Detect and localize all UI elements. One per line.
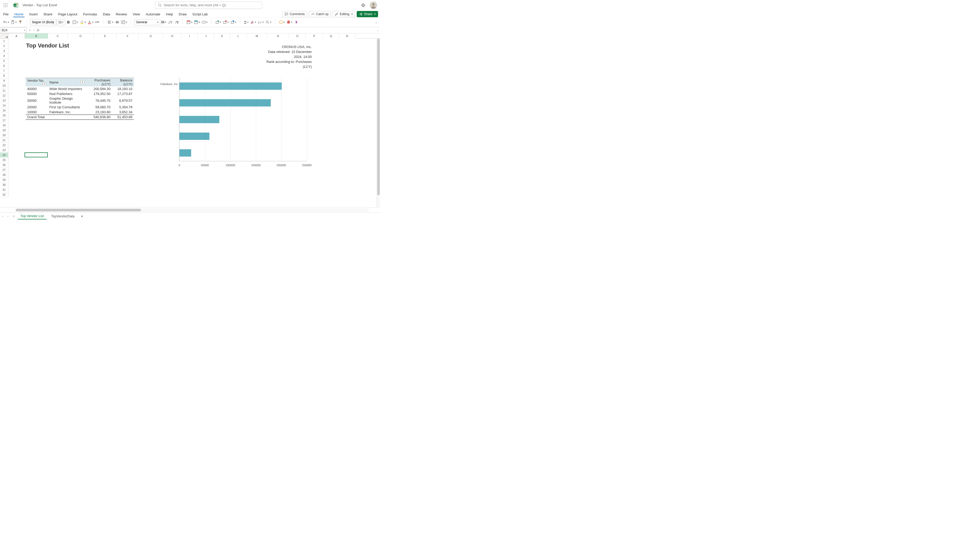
row-header[interactable]: 12 xyxy=(0,93,8,98)
more-font-button[interactable]: ••• xyxy=(95,19,100,25)
decrease-decimal-button[interactable]: .00.0 xyxy=(174,19,180,25)
column-header[interactable]: N xyxy=(267,33,289,38)
paste-button[interactable] xyxy=(10,19,17,25)
sheet-tab[interactable]: TopVendorData xyxy=(48,213,77,219)
format-table-button[interactable] xyxy=(193,19,201,25)
tab-nav-next[interactable]: › xyxy=(6,214,9,218)
horizontal-scrollbar-thumb[interactable] xyxy=(16,209,141,211)
add-sheet-button[interactable]: + xyxy=(79,214,85,219)
row-header[interactable]: 2 xyxy=(0,43,8,48)
column-header[interactable]: P xyxy=(306,33,323,38)
row-header[interactable]: 8 xyxy=(0,73,8,78)
increase-decimal-button[interactable]: .0.00 xyxy=(167,19,173,25)
column-header[interactable]: K xyxy=(215,33,230,38)
menu-view[interactable]: View xyxy=(132,12,141,17)
editing-mode-button[interactable]: Editing▾ xyxy=(332,11,355,17)
menu-share[interactable]: Share xyxy=(42,12,53,17)
menu-help[interactable]: Help xyxy=(165,12,174,17)
document-title[interactable]: Vendor - Top List Excel xyxy=(22,3,57,7)
menu-automate[interactable]: Automate xyxy=(145,12,162,17)
column-header[interactable]: L xyxy=(230,33,247,38)
filter-icon[interactable]: ▾ xyxy=(43,83,46,86)
v-align-button[interactable] xyxy=(114,19,120,25)
copilot-button[interactable] xyxy=(293,19,299,25)
column-header[interactable]: G xyxy=(139,33,163,38)
column-header[interactable]: R xyxy=(339,33,355,38)
comments-button[interactable]: Comments xyxy=(282,11,307,17)
row-header[interactable]: 29 xyxy=(0,178,8,183)
select-all-corner[interactable] xyxy=(0,33,8,38)
cells-viewport[interactable]: Top Vendor List CRONUS USA, Inc. Data re… xyxy=(8,38,376,207)
row-header[interactable]: 32 xyxy=(0,192,8,197)
row-header[interactable]: 14 xyxy=(0,103,8,108)
sensitivity-button[interactable] xyxy=(278,19,285,25)
collapse-ribbon-button[interactable]: ⌄ xyxy=(373,20,379,25)
vertical-scrollbar[interactable] xyxy=(376,38,380,207)
chevron-down-icon[interactable]: ▾ xyxy=(157,21,158,23)
bold-button[interactable]: B xyxy=(65,19,71,25)
row-header[interactable]: 19 xyxy=(0,128,8,133)
row-header[interactable]: 25 xyxy=(0,158,8,163)
vertical-scrollbar-thumb[interactable] xyxy=(377,38,380,195)
row-header[interactable]: 18 xyxy=(0,123,8,128)
chevron-down-icon[interactable]: ▾ xyxy=(53,21,54,23)
tab-nav-prev[interactable]: ‹ xyxy=(1,214,4,218)
font-color-button[interactable]: A xyxy=(87,19,94,25)
column-header[interactable]: F xyxy=(117,33,139,38)
menu-home[interactable]: Home xyxy=(13,12,25,17)
conditional-format-button[interactable] xyxy=(186,19,193,25)
font-size-select[interactable] xyxy=(57,19,65,25)
column-header[interactable]: Q xyxy=(323,33,339,38)
h-align-button[interactable] xyxy=(107,19,114,25)
column-header[interactable]: B xyxy=(25,33,48,38)
chevron-down-icon[interactable]: ▾ xyxy=(24,29,25,32)
row-header[interactable]: 30 xyxy=(0,183,8,187)
currency-button[interactable]: $€ xyxy=(161,19,167,25)
formula-input[interactable] xyxy=(41,27,375,33)
all-sheets-button[interactable]: ≡ xyxy=(12,214,16,218)
row-header[interactable]: 27 xyxy=(0,168,8,173)
delete-cells-button[interactable] xyxy=(222,19,229,25)
menu-file[interactable]: File xyxy=(2,12,10,17)
row-header[interactable]: 16 xyxy=(0,113,8,118)
row-header[interactable]: 26 xyxy=(0,163,8,168)
find-button[interactable] xyxy=(265,19,272,25)
chart-bar[interactable] xyxy=(180,83,282,90)
row-header[interactable]: 4 xyxy=(0,53,8,58)
app-launcher-button[interactable] xyxy=(2,2,9,8)
search-input[interactable] xyxy=(164,3,259,7)
row-header[interactable]: 24 xyxy=(0,153,8,158)
col-balance[interactable]: Balance (LCY) xyxy=(112,78,134,86)
column-header[interactable]: D xyxy=(68,33,94,38)
horizontal-scrollbar[interactable] xyxy=(16,208,369,212)
row-header[interactable]: 5 xyxy=(0,58,8,63)
user-avatar[interactable] xyxy=(370,2,377,9)
row-header[interactable]: 22 xyxy=(0,143,8,148)
column-header[interactable]: M xyxy=(247,33,267,38)
filter-icon[interactable]: ▾ xyxy=(81,80,84,84)
column-header[interactable]: E xyxy=(94,33,117,38)
catch-up-button[interactable]: Catch up xyxy=(309,11,331,17)
chevron-down-icon[interactable]: ▾ xyxy=(62,21,63,23)
menu-draw[interactable]: Draw xyxy=(178,12,188,17)
menu-page-layout[interactable]: Page Layout xyxy=(57,12,78,17)
row-header[interactable]: 21 xyxy=(0,138,8,143)
addins-button[interactable] xyxy=(286,19,293,25)
menu-insert[interactable]: Insert xyxy=(28,12,39,17)
menu-script-lab[interactable]: Script Lab xyxy=(191,12,209,17)
row-header[interactable]: 15 xyxy=(0,108,8,113)
bar-chart[interactable]: Fabrikam, Inc. 0500001000001500002000002… xyxy=(160,78,306,168)
column-header[interactable]: J xyxy=(198,33,215,38)
row-header[interactable]: 6 xyxy=(0,63,8,68)
format-painter-button[interactable] xyxy=(18,19,23,25)
chart-bar[interactable] xyxy=(180,133,210,140)
settings-button[interactable] xyxy=(360,2,366,8)
row-header[interactable]: 1 xyxy=(0,38,8,43)
sheet-tab[interactable]: Top Vendor List xyxy=(18,213,47,219)
menu-formulas[interactable]: Formulas xyxy=(82,12,98,17)
fx-icon[interactable]: fx xyxy=(37,28,40,32)
col-vendor-no[interactable]: Vendor No.▾ xyxy=(26,78,48,86)
clear-button[interactable] xyxy=(250,19,257,25)
column-header[interactable]: O xyxy=(289,33,306,38)
cancel-formula-button[interactable]: ✕ xyxy=(29,28,31,32)
